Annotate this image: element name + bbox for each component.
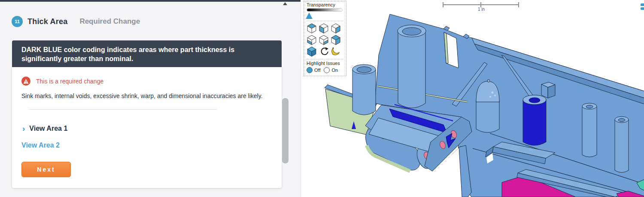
view-bottom-icon[interactable] <box>307 34 319 46</box>
view-area-2-link[interactable]: View Area 2 <box>21 142 60 149</box>
view-left-icon[interactable] <box>319 22 331 34</box>
next-button[interactable]: Next <box>21 162 71 177</box>
highlight-off-label: Off <box>314 68 320 73</box>
issue-panel: 11 Thick Area Required Change DARK BLUE … <box>0 0 301 197</box>
rotate-view-icon[interactable] <box>319 46 331 57</box>
transparency-label: Transparency <box>307 2 343 7</box>
app-window: 11 Thick Area Required Change DARK BLUE … <box>0 0 644 197</box>
view-top-icon[interactable] <box>307 22 319 34</box>
highlight-on-radio[interactable] <box>324 67 330 73</box>
part-3d-model[interactable] <box>301 0 644 197</box>
view-isometric-icon[interactable] <box>307 46 319 57</box>
highlight-off-radio[interactable] <box>307 67 313 73</box>
viewer-controls-panel: Transparency <box>304 1 346 76</box>
divider <box>307 59 343 59</box>
required-change-text: This is a required change <box>36 78 103 85</box>
highlight-issues-label: Highlight Issues <box>307 61 343 66</box>
chevron-right-icon: › <box>22 125 25 132</box>
scrollbar-up-arrow[interactable] <box>283 2 287 5</box>
cad-viewer[interactable]: Transparency <box>301 0 644 197</box>
top-accent-bar <box>0 0 301 2</box>
view-cube-grid <box>307 22 343 57</box>
scale-label: 1 in <box>443 7 520 12</box>
clipped-menu-icon[interactable] <box>641 3 644 11</box>
view-area-1-label: View Area 1 <box>29 125 67 132</box>
issue-detail-card: This is a required change Sink marks, in… <box>12 67 282 188</box>
scrollbar-thumb[interactable] <box>282 98 289 163</box>
view-right-icon[interactable] <box>331 22 343 34</box>
required-change-row: This is a required change <box>21 77 103 86</box>
issue-description: Sink marks, internal voids, excessive sh… <box>21 92 270 99</box>
transparency-slider-handle[interactable] <box>306 12 313 19</box>
highlight-on-label: On <box>331 68 338 73</box>
transparency-slider-track[interactable] <box>307 8 343 12</box>
view-area-1-link[interactable]: › View Area 1 <box>22 125 67 132</box>
issue-title: Thick Area <box>27 17 67 26</box>
issue-number-badge: 11 <box>12 16 23 27</box>
scale-ruler: 1 in <box>443 2 520 12</box>
divider <box>307 21 343 21</box>
banana-scale-icon[interactable] <box>331 46 343 57</box>
issue-header: 11 Thick Area Required Change <box>12 15 140 28</box>
warning-icon <box>21 77 30 86</box>
highlight-issues-radios: Off On <box>307 67 343 73</box>
view-front-icon[interactable] <box>319 34 331 46</box>
view-back-icon[interactable] <box>331 34 343 46</box>
issue-severity-label: Required Change <box>79 17 140 26</box>
divider <box>29 109 217 110</box>
issue-banner: DARK BLUE color coding indicates areas w… <box>12 40 282 67</box>
